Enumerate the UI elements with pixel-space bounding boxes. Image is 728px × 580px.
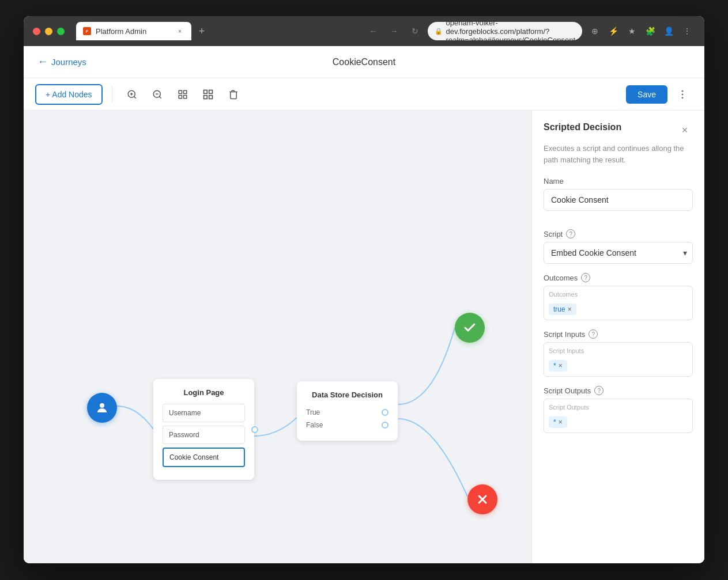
data-store-node-title: Data Store Decision	[306, 391, 388, 399]
svg-line-5	[159, 96, 161, 98]
username-field: Username	[163, 404, 245, 422]
outcome-tag-true: true ×	[549, 304, 576, 315]
bookmark-icon[interactable]: ★	[624, 23, 640, 39]
true-outcome: True	[306, 406, 388, 419]
script-inputs-label: Script Inputs ?	[544, 329, 693, 339]
login-page-node-title: Login Page	[163, 388, 245, 397]
success-node[interactable]	[455, 313, 485, 343]
more-options-button[interactable]	[672, 84, 693, 105]
svg-rect-8	[183, 90, 186, 93]
panel-close-button[interactable]: ×	[677, 122, 693, 138]
login-node-output-connector	[251, 426, 258, 433]
flow-canvas[interactable]: Login Page Username Password Cookie Cons…	[24, 111, 531, 563]
puzzle-icon[interactable]: 🧩	[642, 23, 658, 39]
connections-svg	[24, 111, 531, 563]
login-page-node[interactable]: Login Page Username Password Cookie Cons…	[153, 379, 254, 480]
toolbar: + Add Nodes	[24, 78, 704, 111]
script-outputs-section: Script Outputs ? Script Outputs * ×	[544, 386, 693, 433]
new-tab-button[interactable]: +	[194, 23, 210, 39]
outcome-tag-remove[interactable]: ×	[568, 305, 572, 313]
password-field: Password	[163, 426, 245, 444]
panel-header: Scripted Decision ×	[544, 122, 693, 138]
check-icon	[463, 321, 477, 335]
browser-icons: ⊕ ⚡ ★ 🧩 👤 ⋮	[587, 23, 695, 39]
lock-icon: 🔒	[435, 28, 443, 35]
zoom-out-icon	[152, 89, 163, 100]
svg-rect-9	[183, 95, 186, 98]
browser-controls: ← → ↻ 🔒 openam-volker-dev.forgeblocks.co…	[365, 22, 695, 40]
panel-title: Scripted Decision	[544, 122, 621, 132]
script-label: Script ?	[544, 229, 693, 238]
name-input[interactable]	[544, 189, 693, 211]
svg-rect-10	[179, 95, 182, 98]
main-area: Login Page Username Password Cookie Cons…	[24, 111, 704, 563]
outcomes-help-icon[interactable]: ?	[581, 273, 590, 282]
back-arrow-icon: ←	[37, 56, 48, 68]
top-nav: ← Journeys CookieConsent	[24, 46, 704, 78]
data-store-node[interactable]: Data Store Decision True False	[297, 381, 398, 441]
script-outputs-tag-input[interactable]: Script Outputs * ×	[544, 399, 693, 433]
save-button[interactable]: Save	[626, 85, 667, 104]
right-panel: Scripted Decision × Executes a script an…	[531, 111, 704, 563]
script-inputs-help-icon[interactable]: ?	[589, 329, 598, 339]
x-icon	[476, 492, 489, 506]
script-section: Script ? Embed Cookie Consent ▾	[544, 229, 693, 264]
true-outcome-connector	[382, 409, 388, 416]
trash-icon	[228, 89, 239, 100]
script-outputs-label: Script Outputs ?	[544, 386, 693, 395]
maximize-window-button[interactable]	[57, 28, 65, 35]
minimize-window-button[interactable]	[45, 28, 52, 35]
svg-line-1	[134, 96, 135, 98]
start-node[interactable]	[87, 393, 117, 423]
outcomes-tag-input[interactable]: Outcomes true ×	[544, 286, 693, 320]
svg-rect-11	[203, 90, 207, 93]
url-text: openam-volker-dev.forgeblocks.com/platfo…	[446, 18, 575, 44]
profile-icon[interactable]: ⊕	[587, 23, 603, 39]
outcomes-section: Outcomes ? Outcomes true ×	[544, 273, 693, 320]
zoom-in-button[interactable]	[122, 84, 142, 105]
script-select[interactable]: Embed Cookie Consent	[544, 242, 693, 264]
fit-screen-button[interactable]	[172, 84, 193, 105]
svg-rect-14	[203, 95, 207, 98]
extensions-icon[interactable]: ⚡	[605, 23, 621, 39]
zoom-out-button[interactable]	[147, 84, 168, 105]
outcomes-placeholder: Outcomes	[549, 291, 688, 298]
svg-point-15	[682, 90, 684, 92]
zoom-in-icon	[127, 89, 137, 100]
browser-menu-button[interactable]: ⋮	[679, 23, 695, 39]
person-icon	[95, 401, 109, 415]
back-to-journeys-button[interactable]: ← Journeys	[37, 56, 86, 68]
active-tab[interactable]: F Platform Admin ×	[76, 22, 191, 40]
journeys-nav-label: Journeys	[51, 57, 86, 67]
cookie-consent-field: Cookie Consent	[163, 448, 245, 467]
outcomes-label: Outcomes ?	[544, 273, 693, 282]
script-inputs-tag-input[interactable]: Script Inputs * ×	[544, 342, 693, 377]
svg-rect-13	[209, 95, 212, 98]
address-bar[interactable]: 🔒 openam-volker-dev.forgeblocks.com/plat…	[428, 22, 582, 40]
grid-button[interactable]	[198, 84, 218, 105]
fit-screen-icon	[178, 89, 188, 100]
tab-favicon-icon: F	[83, 27, 91, 35]
delete-button[interactable]	[223, 84, 244, 105]
script-inputs-section: Script Inputs ? Script Inputs * ×	[544, 329, 693, 377]
tab-close-button[interactable]: ×	[175, 26, 184, 36]
script-output-tag-remove[interactable]: ×	[559, 418, 563, 426]
refresh-button[interactable]: ↻	[407, 23, 423, 39]
close-window-button[interactable]	[33, 28, 40, 35]
more-icon	[677, 89, 688, 100]
account-icon[interactable]: 👤	[661, 23, 677, 39]
add-nodes-button[interactable]: + Add Nodes	[35, 84, 103, 105]
script-input-tag-remove[interactable]: ×	[559, 362, 563, 370]
failure-node[interactable]	[467, 484, 497, 514]
script-outputs-help-icon[interactable]: ?	[594, 386, 603, 395]
toolbar-divider	[112, 86, 112, 103]
script-input-tag-star: * ×	[549, 360, 567, 371]
forward-nav-button[interactable]: →	[386, 23, 402, 39]
script-outputs-placeholder: Script Outputs	[549, 404, 688, 411]
tab-title: Platform Admin	[96, 27, 146, 36]
script-help-icon[interactable]: ?	[566, 229, 575, 238]
app-content: ← Journeys CookieConsent + Add Nodes	[24, 46, 704, 563]
back-nav-button[interactable]: ←	[365, 23, 382, 39]
svg-rect-12	[209, 90, 212, 93]
script-select-wrapper: Embed Cookie Consent ▾	[544, 242, 693, 264]
